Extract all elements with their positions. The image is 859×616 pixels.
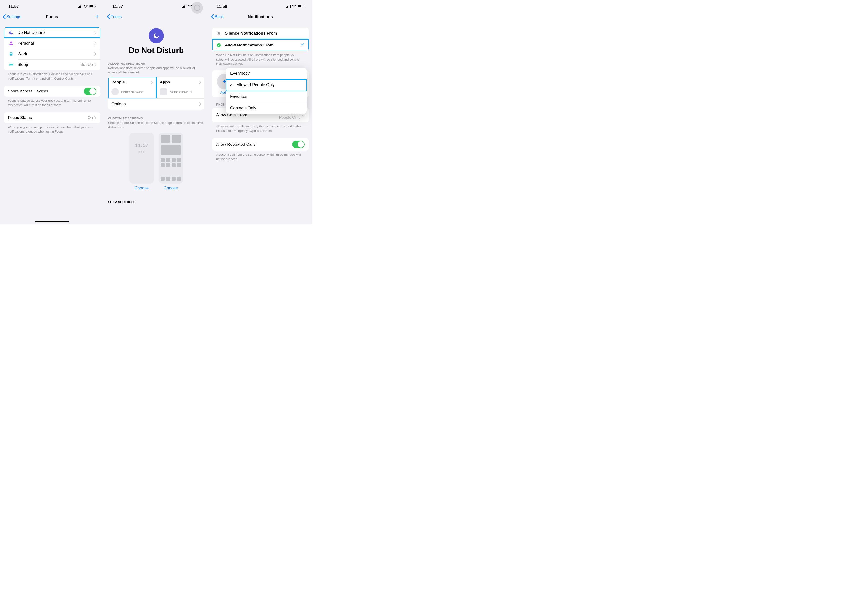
bed-icon xyxy=(8,63,15,67)
footer-text: When Do Not Disturb is on, notifications… xyxy=(208,51,312,66)
options-row[interactable]: Options xyxy=(108,98,205,110)
row-detail: Set Up xyxy=(80,62,93,67)
row-label: Allow Repeated Calls xyxy=(216,142,292,147)
row-allow-repeated-calls[interactable]: Allow Repeated Calls xyxy=(212,138,309,151)
svg-rect-18 xyxy=(289,6,289,8)
cell-title: Apps xyxy=(160,80,170,85)
app-placeholder xyxy=(166,163,170,167)
section-header: CUSTOMIZE SCREENS xyxy=(104,117,208,120)
app-placeholder xyxy=(161,158,165,162)
choose-home-button[interactable]: Choose xyxy=(159,186,183,190)
wifi-icon xyxy=(292,4,296,9)
chevron-right-icon xyxy=(94,52,96,56)
row-work[interactable]: Work xyxy=(4,49,100,59)
back-button[interactable]: Settings xyxy=(2,14,21,19)
chevron-right-icon xyxy=(199,81,201,84)
widget-placeholder xyxy=(172,134,181,143)
status-indicators xyxy=(78,4,96,9)
dnd-hero-icon xyxy=(149,28,164,43)
chevron-right-icon xyxy=(151,81,153,84)
choose-lock-button[interactable]: Choose xyxy=(130,186,154,190)
screen-previews: 11:57 ○○○ xyxy=(108,133,205,184)
back-button[interactable]: Focus xyxy=(106,14,122,19)
options-label: Options xyxy=(111,102,126,106)
battery-icon xyxy=(298,4,304,9)
lock-screen-preview[interactable]: 11:57 ○○○ xyxy=(130,133,154,184)
app-placeholder xyxy=(177,158,181,162)
row-allow-from[interactable]: Allow Notifications From xyxy=(212,39,309,51)
row-label: Work xyxy=(17,51,94,56)
nav-title: Notifications xyxy=(208,14,312,19)
toggle-on[interactable] xyxy=(292,140,305,148)
dock-placeholder xyxy=(172,177,176,181)
allow-calls-popover: Everybody Allowed People Only Favorites … xyxy=(226,68,307,114)
preview-dots: ○○○ xyxy=(138,150,145,153)
app-placeholder xyxy=(172,163,176,167)
screen-notifications: 11:58 Back Notifications Silence Notific… xyxy=(208,0,312,224)
back-label: Back xyxy=(215,14,224,19)
popover-option-favorites[interactable]: Favorites xyxy=(226,91,307,103)
row-label: Share Across Devices xyxy=(8,89,84,94)
widget-placeholder xyxy=(161,134,170,143)
chevron-right-icon xyxy=(94,42,96,45)
home-indicator[interactable] xyxy=(35,221,69,222)
svg-rect-5 xyxy=(90,5,93,7)
row-personal[interactable]: Personal xyxy=(4,38,100,49)
footer-text: Focus lets you customize your devices an… xyxy=(4,70,100,81)
bell-slash-icon xyxy=(216,31,222,36)
cellular-icon xyxy=(182,4,186,9)
svg-rect-17 xyxy=(287,6,288,8)
section-header: ALLOW NOTIFICATIONS xyxy=(104,62,208,65)
row-detail: On xyxy=(87,115,93,120)
row-label: Sleep xyxy=(17,62,80,67)
row-label: Do Not Disturb xyxy=(17,30,94,35)
row-do-not-disturb[interactable]: Do Not Disturb xyxy=(4,27,100,38)
dock-placeholder xyxy=(177,177,181,181)
row-share-across-devices[interactable]: Share Across Devices xyxy=(4,86,100,97)
none-allowed-label: None allowed xyxy=(170,90,192,94)
popover-option-allowed-only[interactable]: Allowed People Only xyxy=(226,79,307,91)
row-focus-status[interactable]: Focus Status On xyxy=(4,112,100,123)
row-sleep[interactable]: Sleep Set Up xyxy=(4,59,100,70)
options-card: Options xyxy=(108,98,205,110)
status-indicators xyxy=(286,4,304,9)
popover-option-everybody[interactable]: Everybody xyxy=(226,68,307,79)
row-label: Personal xyxy=(17,41,94,46)
status-time: 11:57 xyxy=(8,4,19,9)
footer-text: Allow incoming calls from only the conta… xyxy=(208,122,312,133)
home-screen-preview[interactable] xyxy=(159,133,183,184)
footer-text: Focus is shared across your devices, and… xyxy=(4,97,100,107)
app-placeholder xyxy=(172,158,176,162)
app-placeholder xyxy=(160,88,167,95)
screen-dnd-detail: 11:57 Focus Do Not Disturb ALLOW NOTIFIC… xyxy=(104,0,208,224)
add-focus-button[interactable]: + xyxy=(95,14,102,19)
checkmark-seal-icon xyxy=(216,43,222,48)
footer-text: When you give an app permission, it can … xyxy=(4,123,100,134)
moon-icon xyxy=(8,30,15,35)
svg-rect-2 xyxy=(80,6,81,8)
section-header: SET A SCHEDULE xyxy=(104,200,208,204)
status-time: 11:58 xyxy=(217,4,227,9)
nav-bar: Focus xyxy=(104,11,208,23)
preview-time: 11:57 xyxy=(135,142,148,149)
row-silence-from[interactable]: Silence Notifications From xyxy=(212,28,309,39)
row-label: Silence Notifications From xyxy=(225,31,305,36)
svg-rect-22 xyxy=(304,6,304,7)
svg-rect-21 xyxy=(298,5,301,7)
svg-rect-9 xyxy=(182,7,183,8)
apps-cell[interactable]: Apps None allowed xyxy=(156,77,205,98)
status-bar: 11:58 xyxy=(208,0,312,11)
people-cell[interactable]: People None allowed xyxy=(108,77,156,98)
svg-rect-0 xyxy=(78,7,79,8)
notification-mode-group: Silence Notifications From Allow Notific… xyxy=(212,28,309,51)
allow-notifications-card: People None allowed Apps None allowed xyxy=(108,77,205,98)
popover-option-contacts-only[interactable]: Contacts Only xyxy=(226,103,307,114)
row-label: Allow Notifications From xyxy=(225,43,297,48)
checkmark-icon xyxy=(300,42,305,48)
toggle-on[interactable] xyxy=(84,87,96,95)
back-label: Settings xyxy=(6,14,21,19)
cell-title: People xyxy=(111,80,125,85)
status-time: 11:57 xyxy=(112,4,123,9)
back-button[interactable]: Back xyxy=(211,14,224,19)
chevron-right-icon xyxy=(94,116,96,120)
